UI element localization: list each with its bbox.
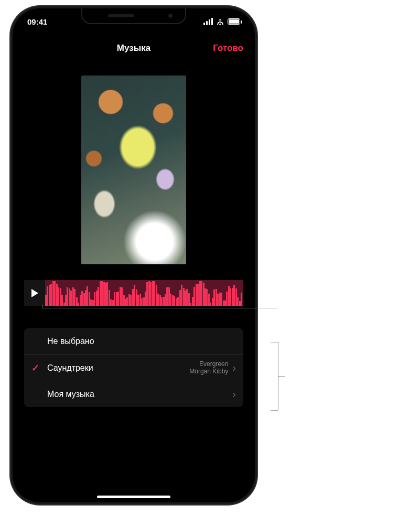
selected-track-artist: Morgan Kibby: [189, 368, 228, 375]
music-source-list: Не выбрано ✓ Саундтреки Evergreen Morgan…: [24, 328, 243, 407]
svg-marker-0: [31, 289, 38, 297]
audio-timeline: [24, 280, 243, 306]
option-my-music-label: Моя музыка: [47, 390, 94, 399]
audio-waveform[interactable]: [45, 280, 243, 306]
selected-track-meta: Evergreen Morgan Kibby: [189, 361, 228, 375]
phone-frame: 09:41 Музыка Готово: [10, 6, 257, 504]
option-none-label: Не выбрано: [47, 337, 94, 346]
status-time: 09:41: [27, 17, 47, 26]
chevron-right-icon: ›: [232, 362, 236, 374]
wifi-icon: [216, 18, 224, 25]
play-icon: [30, 288, 39, 298]
nav-title: Музыка: [117, 43, 150, 53]
option-soundtracks-label: Саундтреки: [47, 363, 93, 373]
callout-bracket: [278, 376, 285, 377]
callout-line: [42, 308, 278, 308]
cellular-signal-icon: [203, 18, 213, 25]
play-button[interactable]: [24, 280, 45, 306]
checkmark-icon: ✓: [31, 362, 39, 374]
callout-bracket: [271, 410, 278, 411]
home-indicator[interactable]: [97, 496, 170, 498]
battery-icon: [228, 18, 240, 25]
selected-track-title: Evergreen: [189, 361, 228, 368]
callout-bracket: [271, 342, 278, 342]
chevron-right-icon: ›: [232, 388, 236, 400]
video-preview[interactable]: [81, 76, 186, 264]
done-button[interactable]: Готово: [213, 43, 243, 53]
screen: 09:41 Музыка Готово: [13, 8, 255, 502]
callout-line: [42, 305, 42, 308]
device-notch: [81, 8, 186, 24]
option-none[interactable]: Не выбрано: [24, 328, 243, 354]
nav-bar: Музыка Готово: [13, 37, 255, 60]
option-soundtracks[interactable]: ✓ Саундтреки Evergreen Morgan Kibby ›: [24, 354, 243, 381]
option-my-music[interactable]: Моя музыка ›: [24, 381, 243, 407]
